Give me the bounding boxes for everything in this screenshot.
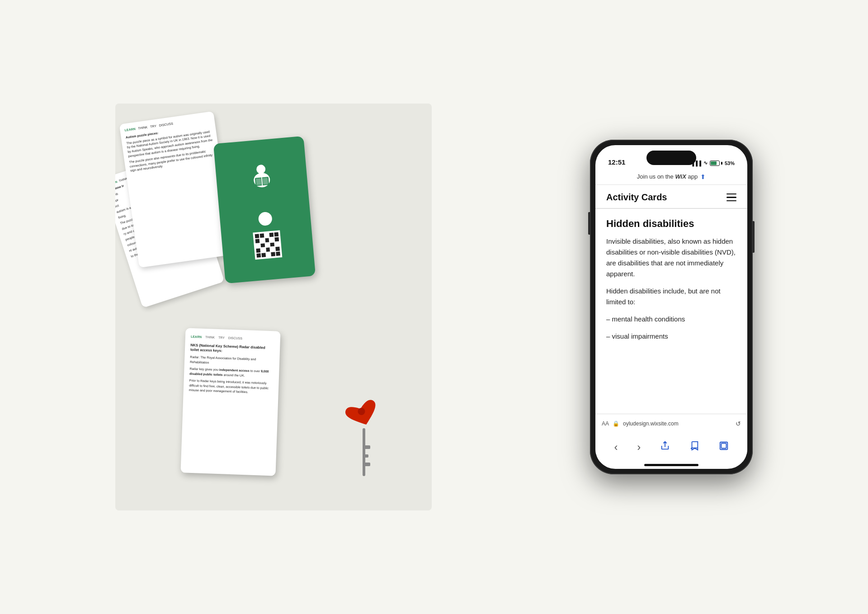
card-green-person (213, 136, 316, 283)
article-paragraph-2: Hidden disabilities include, but are not… (606, 286, 736, 307)
key-svg (341, 391, 387, 482)
wix-banner-text: Join us on the WiX app (637, 173, 698, 180)
tab-think-label: THINK (138, 125, 148, 131)
bookmarks-button[interactable] (689, 441, 699, 453)
svg-point-0 (256, 165, 266, 175)
nks-p1: Radar: The Royal Association for Disabil… (190, 355, 274, 367)
svg-rect-13 (721, 444, 726, 449)
battery-icon (710, 161, 722, 166)
lock-icon: 🔒 (613, 420, 619, 427)
wix-brand: WiX (675, 173, 686, 180)
hamburger-line-1 (726, 194, 736, 195)
tab-row-nks: LEARN THINK TRY DISCUSS (191, 335, 275, 342)
tab-learn-label: LEARN (124, 127, 136, 132)
svg-rect-4 (256, 178, 261, 185)
main-container: LEARN THINK rainbow Ir rainb repr ect au… (0, 0, 868, 614)
reload-icon[interactable]: ↺ (736, 420, 741, 427)
back-button[interactable]: ‹ (614, 441, 618, 453)
article-title: Hidden disabilities (606, 218, 736, 230)
right-section-phone: 12:51 ▐▐▐ ∿ 53% (590, 140, 753, 474)
article-list-item-2: – visual impairments (606, 331, 736, 342)
hamburger-line-2 (726, 197, 736, 198)
tab-learn-nks: LEARN (191, 335, 202, 340)
article-paragraph-1: Invisible disabilities, also known as hi… (606, 236, 736, 279)
share-icon (660, 441, 670, 451)
dynamic-island (646, 151, 696, 165)
tabs-icon (719, 441, 729, 451)
tab-discuss-label: DISCUSS (159, 122, 173, 128)
card-autism-puzzle: LEARN THINK TRY DISCUSS Autism puzzle pi… (119, 111, 233, 268)
wifi-icon: ∿ (703, 160, 708, 166)
nks-p2: Radar key gives you independent access t… (189, 367, 274, 379)
card-nks: LEARN THINK TRY DISCUSS NKS (National Ke… (180, 328, 280, 476)
left-section-photo: LEARN THINK rainbow Ir rainb repr ect au… (115, 104, 432, 510)
bookmarks-icon (689, 441, 699, 451)
circle-logo (256, 210, 274, 227)
tabs-button[interactable] (719, 441, 729, 453)
battery-tip (721, 162, 722, 165)
share-button[interactable] (660, 441, 670, 453)
person-icon (242, 160, 282, 199)
address-bar[interactable]: AA 🔒 oyludesign.wixsite.com ↺ (595, 414, 747, 433)
article-list-item-1: – mental health conditions (606, 314, 736, 325)
svg-rect-8 (364, 445, 370, 449)
forward-button[interactable]: › (637, 441, 641, 453)
app-header: Activity Cards (595, 185, 747, 209)
battery-body (710, 161, 720, 166)
battery-percent: 53% (725, 161, 735, 166)
wix-banner[interactable]: Join us on the WiX app ⬆ (595, 169, 747, 185)
battery-fill (711, 161, 717, 165)
tab-discuss-nks: DISCUSS (228, 336, 242, 341)
aa-text[interactable]: AA (602, 420, 609, 427)
url-text[interactable]: oyludesign.wixsite.com (623, 420, 732, 427)
app-title: Activity Cards (606, 192, 667, 203)
nks-p3: Prior to Radar keys being introduced, it… (189, 378, 274, 396)
status-time: 12:51 (608, 158, 625, 166)
nks-title: NKS (National Key Scheme) Radar disabled… (190, 343, 275, 355)
cards-scene: LEARN THINK rainbow Ir rainb repr ect au… (115, 104, 432, 510)
nav-bar: ‹ › (595, 433, 747, 462)
hamburger-line-3 (726, 200, 736, 202)
tab-try-nks: TRY (218, 335, 225, 340)
phone-screen: 12:51 ▐▐▐ ∿ 53% (595, 145, 747, 469)
svg-rect-10 (364, 463, 370, 466)
phone-device: 12:51 ▐▐▐ ∿ 53% (590, 140, 753, 474)
home-indicator (644, 464, 698, 466)
hamburger-menu-icon[interactable] (726, 194, 736, 202)
article-content: Hidden disabilities Invisible disabiliti… (595, 209, 747, 357)
phone-content: Activity Cards Hidden disabilities Invis… (595, 185, 747, 433)
status-icons: ▐▐▐ ∿ 53% (691, 160, 735, 166)
radar-key (341, 391, 387, 483)
svg-rect-5 (263, 178, 268, 184)
download-icon[interactable]: ⬆ (700, 173, 706, 180)
svg-rect-9 (364, 454, 368, 458)
qr-code (253, 230, 282, 260)
tab-try-label: TRY (150, 124, 157, 129)
tab-think-nks: THINK (205, 335, 215, 340)
